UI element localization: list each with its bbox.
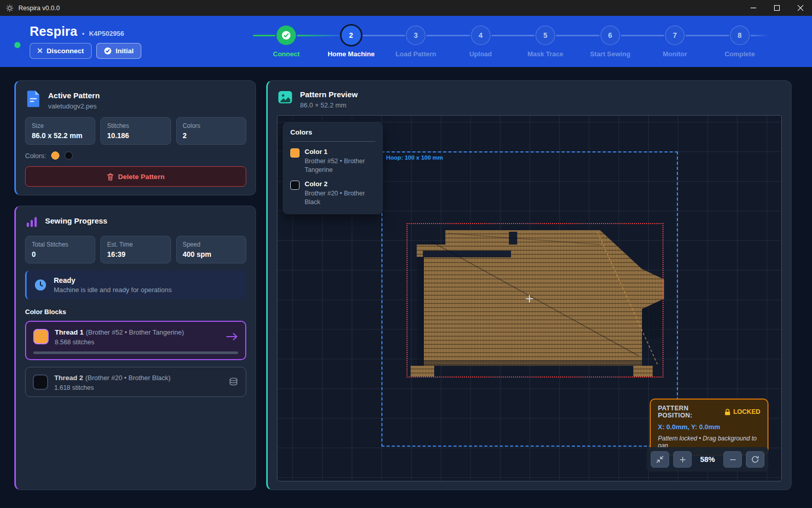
step-mask-trace[interactable]: 5 Mask Trace [513,26,578,58]
step-load-pattern[interactable]: 3 Load Pattern [383,26,448,58]
reset-view-button[interactable] [746,451,764,468]
connection-status-dot [14,42,20,48]
layers-stack-icon [228,377,239,387]
active-pattern-card: Active Pattern valetudogv2.pes Size 86.0… [14,80,256,195]
close-button[interactable] [788,0,812,16]
app-header: Respira • K4P502956 Disconnect Initial [0,16,812,67]
pattern-canvas[interactable]: Hoop: 100 x 100 mm [277,115,782,481]
step-number: 6 [601,26,620,45]
document-icon [25,90,41,107]
step-label: Home Machine [328,50,375,58]
position-label: PATTERN POSITION: [658,405,724,419]
disconnect-x-icon [37,47,42,55]
colors-legend: Colors Color 1 Brother #52 • Brother Tan… [283,122,383,214]
colors-label: Colors: [25,152,46,160]
active-pattern-title: Active Pattern [48,90,100,100]
zoom-toolbar: 58% [647,447,768,472]
thread-block-2[interactable]: Thread 2 (Brother #20 • Brother Black) 1… [25,367,246,397]
initial-label: Initial [116,47,134,55]
position-coordinates: X: 0.0mm, Y: 0.0mm [658,423,760,431]
fit-view-button[interactable] [651,451,669,468]
stepper-tail-line [751,35,769,36]
zoom-in-button[interactable] [673,451,692,468]
check-circle-icon [104,47,112,55]
step-label: Load Pattern [396,50,436,58]
machine-serial: K4P502956 [89,30,124,37]
sewing-progress-title: Sewing Progress [45,215,108,225]
status-description: Machine is idle and ready for operations [54,286,172,294]
step-connect[interactable]: Connect [254,26,319,58]
maximize-icon [774,5,780,11]
step-label: Start Sewing [590,50,630,58]
thread-2-swatch [33,374,48,390]
step-label: Connect [273,50,300,58]
status-title: Ready [54,276,172,284]
clock-icon [34,278,47,292]
sewing-progress-card: Sewing Progress Total Stitches 0 Est. Ti… [14,206,256,490]
delete-pattern-button[interactable]: Delete Pattern [25,166,246,187]
legend-swatch-1 [290,148,300,158]
thread-1-name: Thread 1 [55,328,83,336]
plus-icon [679,456,687,463]
legend-color-1: Color 1 Brother #52 • Brother Tangerine [290,148,375,174]
pattern-filename: valetudogv2.pes [48,102,100,110]
step-label: Mask Trace [527,50,563,58]
step-number: 8 [730,26,750,45]
initial-button[interactable]: Initial [96,43,141,59]
thread-2-stitches: 1.618 stitches [54,384,222,391]
step-number: 5 [536,26,555,45]
pattern-preview-card: Pattern Preview 86.0 × 52.2 mm Hoop: 100… [266,80,792,490]
stat-speed: Speed 400 spm [176,236,246,263]
minimize-button[interactable] [741,0,765,16]
step-complete[interactable]: 8 Complete [708,26,773,58]
zoom-level: 58% [696,455,719,463]
step-label: Upload [469,50,492,58]
step-number: 2 [341,26,361,45]
step-start-sewing[interactable]: 6 Start Sewing [578,26,643,58]
color-blocks-heading: Color Blocks [25,308,246,316]
legend-swatch-2 [290,181,300,190]
image-icon [277,89,293,105]
zoom-out-button[interactable] [723,451,742,468]
step-number: 7 [665,26,685,45]
workflow-stepper: Connect 2 Home Machine 3 Load Pattern 4 … [254,26,772,58]
minimize-icon [751,5,756,11]
trash-icon [107,173,114,181]
locked-badge: LOCKED [724,408,760,415]
minus-icon [729,456,737,463]
thread-1-swatch [33,329,49,344]
step-complete-icon [276,26,296,45]
thread-2-detail: (Brother #20 • Brother Black) [86,374,170,382]
preview-dimensions: 86.0 × 52.2 mm [300,101,358,109]
preview-title: Pattern Preview [300,89,358,99]
fit-screen-icon [656,455,664,463]
legend-divider [290,141,375,142]
disconnect-label: Disconnect [47,47,84,55]
disconnect-button[interactable]: Disconnect [30,43,92,59]
machine-status-banner: Ready Machine is idle and ready for oper… [25,271,246,299]
legend-color-2: Color 2 Brother #20 • Brother Black [290,180,375,207]
close-icon [798,5,803,11]
thread-block-1[interactable]: Thread 1 (Brother #52 • Brother Tangerin… [25,321,246,360]
step-label: Monitor [663,50,687,58]
legend-title: Colors [290,128,375,136]
maximize-button[interactable] [765,0,788,16]
step-monitor[interactable]: 7 Monitor [643,26,708,58]
window-title: Respira v0.0.0 [18,5,60,12]
arrow-right-icon [226,333,238,341]
pattern-boundary [407,223,664,378]
step-label: Complete [724,50,755,58]
step-number: 3 [406,26,425,45]
step-home-machine[interactable]: 2 Home Machine [319,26,384,58]
stat-size: Size 86.0 x 52.2 mm [25,117,95,145]
stat-total-stitches: Total Stitches 0 [25,236,95,263]
bar-chart-icon [25,215,38,229]
thread-1-detail: (Brother #52 • Brother Tangerine) [86,328,184,336]
step-number: 4 [471,26,490,45]
stat-stitches: Stitches 10.186 [100,117,170,145]
stat-est-time: Est. Time 16:39 [100,236,170,263]
serial-separator: • [82,30,84,37]
step-upload[interactable]: 4 Upload [448,26,514,58]
app-icon [6,4,14,12]
lock-icon [724,409,731,415]
